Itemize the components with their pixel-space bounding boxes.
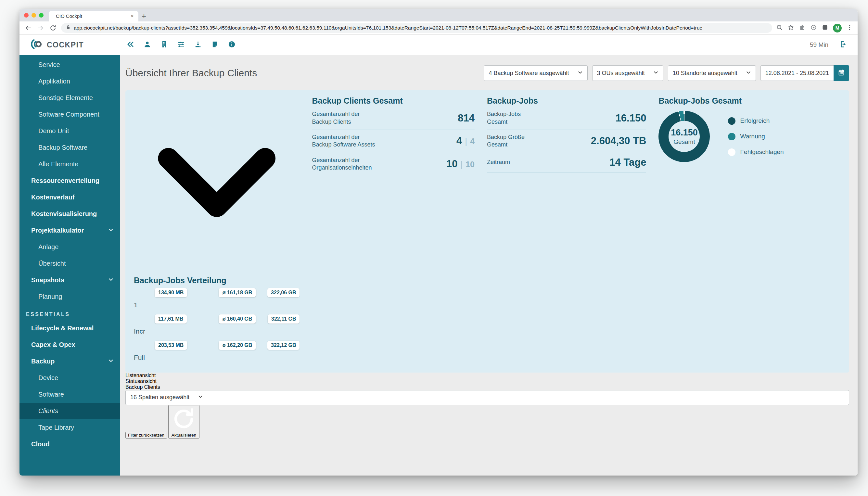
notes-icon[interactable]: [211, 41, 219, 49]
summary-row-label: Gesamtanzahl derOrganisationseinheiten: [312, 157, 446, 172]
tab-listenansicht[interactable]: Listenansicht: [125, 373, 849, 378]
sidebar-item-software-component[interactable]: Software Component: [19, 106, 120, 123]
window-controls: [24, 13, 44, 17]
sidebar-item-alle-elemente[interactable]: Alle Elemente: [19, 156, 120, 172]
sidebar-item-capex-opex[interactable]: Capex & Opex: [19, 337, 120, 353]
sidebar-item-kostenvisualisierung[interactable]: Kostenvisualisierung: [19, 206, 120, 222]
tab-statusansicht[interactable]: Statusansicht: [125, 378, 849, 384]
forward-icon[interactable]: [36, 24, 45, 32]
summary-row: Backup GrößeGesamt2.604,30 TB: [487, 130, 646, 153]
sidebar-item-demo-unit[interactable]: Demo Unit: [19, 123, 120, 139]
sidebar-item-backup-software[interactable]: Backup Software: [19, 139, 120, 156]
sidebar-item-cloud[interactable]: Cloud: [19, 436, 120, 452]
ou-filter-dropdown[interactable]: 3 OUs ausgewählt: [592, 65, 663, 81]
distribution-row: 1134,90 MBø 161,18 GB322,06 GB: [134, 288, 299, 311]
app-logo: COCKPIT: [19, 38, 120, 52]
sidebar-item-label: Backup Software: [38, 144, 114, 151]
sidebar-item-kostenverlauf[interactable]: Kostenverlauf: [19, 189, 120, 206]
sidebar-item-service[interactable]: Service: [19, 57, 120, 73]
browser-profile-avatar[interactable]: M: [833, 24, 842, 32]
session-timer: 59 Min: [810, 41, 828, 48]
cockpit-logo-icon: [30, 38, 44, 52]
reset-filters-label: Filter zurücksetzen: [128, 433, 165, 437]
sidebar-item-anlage[interactable]: Anlage: [19, 239, 120, 255]
sidebar-item-uebersicht[interactable]: Übersicht: [19, 255, 120, 272]
max-value-pill: 322,12 GB: [267, 341, 299, 350]
backup-software-filter-value: 4 Backup Software ausgewählt: [489, 70, 569, 77]
sidebar-item-label: Ressourcenverteilung: [31, 177, 114, 185]
new-tab-button[interactable]: +: [138, 11, 150, 21]
section-heading: Backup-Jobs Verteilung: [134, 276, 299, 285]
sidebar-item-device[interactable]: Device: [19, 370, 120, 386]
summary-row-label: Gesamtanzahl derBackup Software Assets: [312, 134, 456, 149]
sidebar-item-applikation[interactable]: Applikation: [19, 73, 120, 90]
summary-value: 814: [458, 112, 475, 124]
sidebar-item-snapshots[interactable]: Snapshots: [19, 272, 120, 289]
location-filter-dropdown[interactable]: 10 Standorte ausgewählt: [668, 65, 756, 81]
donut-total: 16.150: [671, 128, 698, 138]
location-filter-value: 10 Standorte ausgewählt: [673, 70, 738, 77]
sidebar-item-tape-library[interactable]: Tape Library: [19, 419, 120, 436]
reload-icon[interactable]: [49, 24, 57, 32]
address-bar[interactable]: app.ciocockpit.net/backup/backup-clients…: [61, 23, 772, 33]
calendar-button[interactable]: [834, 65, 849, 81]
distribution-gradient-bar: [155, 300, 299, 311]
extension-icon[interactable]: [810, 24, 817, 32]
close-window-button[interactable]: [24, 13, 29, 17]
download-icon[interactable]: [194, 41, 202, 49]
browser-tab[interactable]: CIO Cockpit ×: [49, 11, 138, 21]
logout-icon[interactable]: [839, 40, 848, 50]
sidebar-item-ressourcenverteilung[interactable]: Ressourcenverteilung: [19, 172, 120, 189]
bookmark-star-icon[interactable]: [788, 24, 794, 32]
zoom-icon[interactable]: [776, 24, 783, 32]
backup-clients-table: Backup Client NameBackup Client NameBack…: [125, 438, 849, 476]
distribution-gradient-bar: [155, 326, 299, 338]
column-header-backup-client-name[interactable]: Backup Client Name: [125, 438, 849, 476]
info-icon[interactable]: [228, 41, 235, 49]
backup-software-filter-dropdown[interactable]: 4 Backup Software ausgewählt: [484, 65, 587, 81]
sidebar-item-label: Cloud: [31, 440, 114, 448]
sidebar-item-label: Alle Elemente: [38, 160, 114, 168]
sidebar-item-sonstige-elemente[interactable]: Sonstige Elemente: [19, 90, 120, 106]
collapse-panel-icon[interactable]: [134, 96, 299, 263]
sidebar-item-label: Capex & Opex: [31, 341, 114, 348]
legend-label: Warnung: [740, 133, 765, 140]
sidebar-item-backup[interactable]: Backup: [19, 353, 120, 370]
sidebar-navigation: ServiceApplikationSonstige ElementeSoftw…: [19, 55, 120, 476]
organization-icon[interactable]: [160, 41, 168, 49]
summary-value: 16.150: [616, 112, 647, 124]
distribution-row: Full203,53 MBø 162,20 GB322,12 GB: [134, 341, 299, 364]
minimize-window-button[interactable]: [31, 13, 36, 17]
summary-secondary-value: 4: [470, 137, 475, 146]
summary-value: 14 Tage: [609, 157, 646, 168]
user-icon[interactable]: [143, 41, 151, 49]
sidebar-item-projektkalkulator[interactable]: Projektkalkulator: [19, 222, 120, 239]
collapse-sidebar-icon[interactable]: [127, 41, 134, 49]
summary-row: Backup-JobsGesamt16.150: [487, 107, 646, 130]
browser-menu-icon[interactable]: [846, 24, 853, 32]
min-value-pill: 117,61 MB: [155, 314, 187, 324]
sliders-icon[interactable]: [177, 41, 185, 49]
sidebar-item-software[interactable]: Software: [19, 386, 120, 403]
extension-icon[interactable]: [822, 24, 828, 32]
extension-icon[interactable]: [799, 24, 806, 32]
sidebar-item-clients[interactable]: Clients: [19, 403, 120, 419]
refresh-button[interactable]: Aktualisieren: [168, 405, 199, 438]
summary-row-values: 2.604,30 TB: [591, 135, 647, 147]
chevron-down-icon: [746, 70, 751, 77]
sidebar-item-lifecycle-renewal[interactable]: Lifecycle & Renewal: [19, 320, 120, 337]
summary-row: Gesamtanzahl derBackup Clients814: [312, 107, 474, 130]
app-top-bar: COCKPIT 59 Min: [19, 35, 857, 55]
tab-close-icon[interactable]: ×: [130, 13, 135, 19]
avg-value-pill: ø 161,18 GB: [219, 288, 256, 297]
maximize-window-button[interactable]: [39, 13, 44, 17]
date-range-picker[interactable]: 12.08.2021 - 25.08.2021: [760, 65, 849, 81]
sidebar-item-planung[interactable]: Planung: [19, 289, 120, 305]
back-icon[interactable]: [24, 24, 32, 32]
columns-dropdown[interactable]: 16 Spalten ausgewählt: [125, 390, 849, 405]
reset-filters-button[interactable]: Filter zurücksetzen: [125, 432, 167, 438]
tab-title: CIO Cockpit: [52, 13, 130, 19]
summary-value: 2.604,30 TB: [591, 135, 647, 147]
legend-item: Warnung: [728, 133, 784, 140]
summary-row-label: Backup GrößeGesamt: [487, 134, 591, 149]
